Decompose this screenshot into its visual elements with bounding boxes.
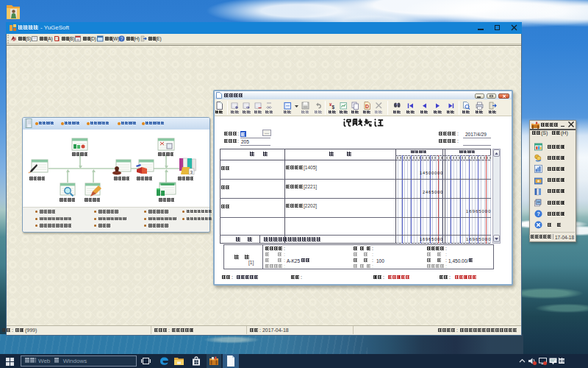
svg-text:D: D — [365, 104, 369, 109]
svg-text:$: $ — [331, 105, 334, 110]
svg-text:?: ? — [537, 210, 540, 217]
svg-text:?: ? — [121, 36, 123, 41]
